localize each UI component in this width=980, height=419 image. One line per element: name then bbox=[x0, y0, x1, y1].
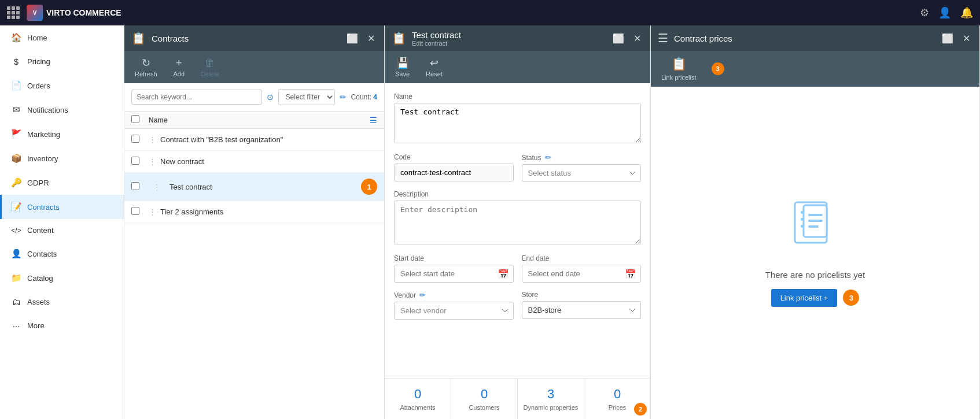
sidebar-item-notifications[interactable]: ✉ Notifications bbox=[0, 98, 124, 122]
prices-panel-icon: ☰ bbox=[658, 31, 668, 45]
bell-icon[interactable]: 🔔 bbox=[960, 6, 973, 19]
delete-button[interactable]: 🗑 Delete bbox=[197, 55, 223, 80]
filter-edit-icon[interactable]: ✏ bbox=[340, 92, 347, 102]
sidebar-item-content[interactable]: </> Content bbox=[0, 219, 124, 242]
link-pricelist-toolbar-label: Link pricelist bbox=[661, 74, 697, 81]
brand: V VIRTO COMMERCE bbox=[27, 5, 121, 21]
reset-icon: ↩ bbox=[430, 57, 439, 69]
search-input[interactable] bbox=[131, 90, 262, 105]
row-drag-handle[interactable]: ⋮ bbox=[149, 157, 160, 166]
search-clear-icon[interactable]: ⊙ bbox=[267, 92, 274, 102]
vendor-edit-icon[interactable]: ✏ bbox=[419, 291, 426, 299]
end-date-calendar-icon[interactable]: 📅 bbox=[625, 268, 636, 279]
select-all-checkbox[interactable] bbox=[131, 115, 139, 123]
sidebar-item-label: Content bbox=[27, 226, 54, 235]
name-textarea[interactable]: Test contract bbox=[394, 103, 641, 143]
user-icon[interactable]: 👤 bbox=[938, 6, 951, 19]
list-item[interactable]: ⋮ Tier 2 assignments bbox=[124, 201, 384, 223]
edit-contract-panel: 📋 Test contract Edit contract ⬜ ✕ 💾 Save bbox=[385, 25, 651, 419]
description-label: Description bbox=[394, 190, 641, 198]
list-item[interactable]: ⋮ New contract bbox=[124, 151, 384, 173]
description-field-group: Description bbox=[394, 190, 641, 246]
row-checkbox[interactable] bbox=[131, 207, 139, 215]
store-field-group: Store B2B-store bbox=[522, 291, 642, 319]
row-drag-handle[interactable]: ⋮ bbox=[149, 207, 160, 216]
contracts-toolbar: ↻ Refresh + Add 🗑 Delete bbox=[124, 51, 384, 83]
store-select[interactable]: B2B-store bbox=[522, 301, 642, 319]
edit-panel-close-btn[interactable]: ✕ bbox=[631, 31, 643, 46]
pricing-icon: $ bbox=[11, 57, 21, 66]
start-date-calendar-icon[interactable]: 📅 bbox=[498, 268, 509, 279]
date-row: Start date 📅 End date 📅 bbox=[394, 254, 641, 291]
list-item[interactable]: ⋮ Contract with "B2B test organization" bbox=[124, 129, 384, 151]
add-button[interactable]: + Add bbox=[170, 55, 189, 80]
sidebar-item-contacts[interactable]: 👤 Contacts bbox=[0, 242, 124, 266]
contracts-panel-title: Contracts bbox=[152, 34, 189, 43]
list-item[interactable]: ⋮ Test contract 1 bbox=[124, 173, 384, 201]
reset-button[interactable]: ↩ Reset bbox=[422, 54, 446, 80]
grid-menu-icon[interactable] bbox=[7, 6, 20, 19]
link-pricelist-toolbar-btn[interactable]: 📋 Link pricelist bbox=[658, 54, 700, 83]
prices-panel: ☰ Contract prices ⬜ ✕ 📋 Link pricelist 3 bbox=[651, 25, 980, 419]
count-value: 4 bbox=[373, 93, 377, 101]
prices-panel-close-btn[interactable]: ✕ bbox=[960, 31, 972, 46]
sidebar-item-orders[interactable]: 📄 Orders bbox=[0, 73, 124, 98]
sidebar-item-marketing[interactable]: 🚩 Marketing bbox=[0, 122, 124, 146]
code-input[interactable] bbox=[394, 164, 514, 181]
sidebar-item-pricing[interactable]: $ Pricing bbox=[0, 50, 124, 73]
refresh-icon: ↻ bbox=[142, 57, 150, 69]
row-checkbox[interactable] bbox=[131, 182, 139, 190]
refresh-button[interactable]: ↻ Refresh bbox=[131, 54, 161, 80]
vendor-select[interactable]: Select vendor bbox=[394, 302, 514, 320]
row-drag-handle[interactable]: ⋮ bbox=[149, 135, 160, 144]
brand-name: VIRTO COMMERCE bbox=[46, 8, 121, 17]
save-button[interactable]: 💾 Save bbox=[392, 54, 413, 80]
sidebar-item-more[interactable]: ··· More bbox=[0, 314, 124, 338]
sidebar-item-assets[interactable]: 🗂 Assets bbox=[0, 290, 124, 314]
svg-rect-6 bbox=[808, 220, 823, 222]
tile-attachments[interactable]: 0 Attachments bbox=[385, 379, 451, 419]
row-drag-handle[interactable]: ⋮ bbox=[153, 183, 165, 191]
status-select[interactable]: Select status bbox=[522, 164, 642, 182]
tile-dynamic-properties[interactable]: 3 Dynamic properties bbox=[518, 379, 584, 419]
sidebar-item-catalog[interactable]: 📁 Catalog bbox=[0, 266, 124, 290]
end-date-input[interactable] bbox=[522, 265, 642, 283]
row-checkbox[interactable] bbox=[131, 157, 139, 165]
sidebar-item-label: Inventory bbox=[27, 154, 58, 163]
edit-toolbar: 💾 Save ↩ Reset bbox=[385, 51, 650, 83]
contracts-panel-maximize-btn[interactable]: ⬜ bbox=[344, 31, 360, 46]
start-date-input[interactable] bbox=[394, 265, 514, 283]
sidebar-item-inventory[interactable]: 📦 Inventory bbox=[0, 146, 124, 170]
contracts-panel-header: 📋 Contracts ⬜ ✕ bbox=[124, 25, 384, 51]
vendor-col: Vendor ✏ Select vendor bbox=[394, 291, 514, 328]
sidebar-item-label: Home bbox=[27, 34, 47, 42]
edit-panel-header: 📋 Test contract Edit contract ⬜ ✕ bbox=[385, 25, 650, 51]
prices-doc-icon bbox=[792, 199, 838, 261]
tile-prices[interactable]: 0 Prices 2 bbox=[584, 379, 650, 419]
link-pricelist-icon-wrap: 📋 Link pricelist bbox=[661, 57, 697, 81]
row-name: New contract bbox=[160, 157, 377, 166]
edit-panel-maximize-btn[interactable]: ⬜ bbox=[610, 31, 627, 46]
tile-customers[interactable]: 0 Customers bbox=[451, 379, 518, 419]
inventory-icon: 📦 bbox=[11, 153, 21, 164]
prices-panel-maximize-btn[interactable]: ⬜ bbox=[940, 31, 956, 46]
prices-panel-title: Contract prices bbox=[674, 34, 732, 43]
settings-icon[interactable]: ⚙ bbox=[920, 6, 929, 19]
orders-icon: 📄 bbox=[11, 80, 21, 91]
contracts-panel-close-btn[interactable]: ✕ bbox=[365, 31, 377, 46]
description-textarea[interactable] bbox=[394, 201, 641, 244]
contracts-panel-header-actions: ⬜ ✕ bbox=[344, 31, 377, 46]
filter-select[interactable]: Select filter bbox=[278, 89, 335, 105]
sidebar-item-label: Orders bbox=[27, 81, 50, 90]
status-edit-icon[interactable]: ✏ bbox=[545, 153, 551, 162]
tile-dynamic-properties-label: Dynamic properties bbox=[524, 404, 579, 411]
contracts-panel: 📋 Contracts ⬜ ✕ ↻ Refresh + Add � bbox=[124, 25, 385, 419]
refresh-label: Refresh bbox=[135, 71, 157, 77]
sidebar-item-gdpr[interactable]: 🔑 GDPR bbox=[0, 170, 124, 195]
columns-toggle-icon[interactable]: ☰ bbox=[370, 116, 377, 125]
link-pricelist-button[interactable]: Link pricelist + bbox=[771, 289, 838, 307]
sidebar-item-contracts[interactable]: 📝 Contracts bbox=[0, 195, 124, 219]
sidebar-item-label: Pricing bbox=[27, 57, 50, 66]
sidebar-item-home[interactable]: 🏠 Home bbox=[0, 25, 124, 50]
row-checkbox[interactable] bbox=[131, 135, 139, 143]
